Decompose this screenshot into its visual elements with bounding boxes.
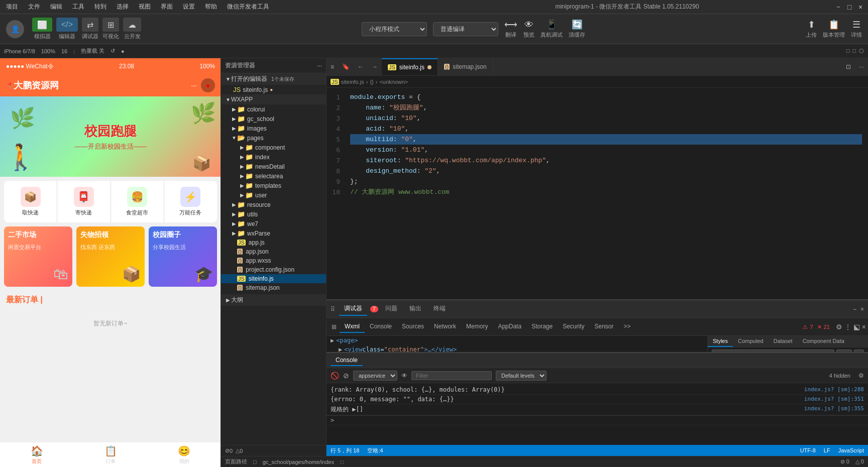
console-level-select[interactable]: Default levels [496, 371, 547, 381]
menu-settings[interactable]: 设置 [181, 2, 197, 12]
settings-icon[interactable]: ⚙ [836, 323, 842, 331]
service-item-1[interactable]: 📮 寄快递 [57, 181, 110, 222]
device-icon-1[interactable]: □ [846, 48, 850, 54]
tab-mine[interactable]: 😊 我的 [147, 442, 221, 467]
tree-sitemap[interactable]: {} sitemap.json [221, 283, 326, 292]
device-icon-3[interactable]: ⬡ [859, 48, 864, 54]
wxml-tab-security[interactable]: Security [558, 321, 589, 333]
editor-more-icon[interactable]: ··· [855, 63, 868, 70]
menu-file[interactable]: 文件 [26, 2, 42, 12]
devtools-drag-icon[interactable]: ⠿ [331, 306, 335, 313]
tree-we7[interactable]: ▶ 📁 we7 [221, 219, 326, 228]
tree-wxparse[interactable]: ▶ 📁 wxParse [221, 228, 326, 238]
wxml-tab-appdata[interactable]: AppData [493, 321, 526, 333]
devtools-more-btn[interactable]: ⋮ [844, 323, 851, 331]
service-item-3[interactable]: ⚡ 万能任务 [164, 181, 217, 222]
cloud-button[interactable]: ☁ [123, 18, 141, 32]
console-filter-input[interactable] [411, 371, 492, 380]
devtools-close2-icon[interactable]: × [862, 323, 866, 331]
detail-action[interactable]: ☰ 详情 [851, 19, 862, 39]
real-debug-action[interactable]: 📱 真机调试 [540, 19, 563, 39]
code-content[interactable]: module.exports = { name: "校园跑腿", uniacid… [344, 88, 868, 299]
wxml-tab-sensor[interactable]: Sensor [590, 321, 619, 333]
tree-appjson[interactable]: {} app.json [221, 247, 326, 256]
menu-tools[interactable]: 工具 [70, 2, 86, 12]
wxml-tab-network[interactable]: Network [429, 321, 461, 333]
menu-goto[interactable]: 转到 [92, 2, 108, 12]
tree-projectconfig[interactable]: {} project.config.json [221, 265, 326, 274]
service-item-2[interactable]: 🍔 食堂超市 [111, 181, 164, 222]
console-tab-label[interactable]: Console [331, 355, 363, 366]
menu-view[interactable]: 视图 [137, 2, 153, 12]
console-clear-icon[interactable]: 🚫 [331, 372, 339, 380]
nav-forward-icon[interactable]: → [368, 63, 382, 70]
device-name[interactable]: iPhone 6/7/8 [4, 48, 35, 54]
simulator-button[interactable]: ⬜ [32, 18, 52, 32]
tree-gcschool[interactable]: ▶ 📁 gc_school [221, 114, 326, 124]
promo-card-2[interactable]: 校园圈子 分享校园生活 🎓 [149, 226, 217, 287]
menu-project[interactable]: 项目 [4, 2, 20, 12]
tree-resource[interactable]: ▶ 📁 resource [221, 200, 326, 209]
tree-component[interactable]: ▶ 📁 component [221, 143, 326, 152]
tab-sitemap[interactable]: {} sitemap.json [438, 58, 493, 76]
upload-action[interactable]: ⬆ 上传 [806, 19, 817, 39]
devtools-tab-issues[interactable]: 问题 [380, 302, 402, 316]
devtools-tab-output[interactable]: 输出 [404, 302, 426, 316]
tree-newsdetail[interactable]: ▶ 📁 newsDetail [221, 162, 326, 171]
visual-button[interactable]: ⊞ [102, 18, 119, 32]
console-filter-icon[interactable]: ⊘ [343, 372, 349, 380]
wxml-tab-memory[interactable]: Memory [461, 321, 493, 333]
tab-order[interactable]: 📋 订单 [74, 442, 148, 467]
tree-siteinfo[interactable]: JS siteinfo.js [221, 274, 326, 283]
maximize-button[interactable]: □ [846, 4, 853, 11]
avatar[interactable]: 👤 [6, 20, 24, 38]
devtools-expand-icon[interactable]: ⬕ [853, 323, 860, 331]
hot-reload[interactable]: 热重载 关 [81, 47, 104, 55]
tree-templates[interactable]: ▶ 📁 templates [221, 181, 326, 190]
promo-card-0[interactable]: 二手市场 闲置交易平台 🛍 [4, 226, 72, 287]
version-action[interactable]: 📋 版本管理 [823, 19, 845, 39]
preview-action[interactable]: 👁 预览 [523, 20, 534, 39]
log-source-2[interactable]: index.js? [sm]:355 [804, 405, 864, 412]
tree-utils[interactable]: ▶ 📁 utils [221, 209, 326, 219]
wxml-tab-more[interactable]: >> [619, 321, 636, 333]
translate-action[interactable]: ⟷ 翻译 [504, 19, 517, 39]
wxapp-header[interactable]: ▼ WXAPP [221, 94, 326, 104]
devtools-close-icon[interactable]: × [860, 306, 864, 313]
nav-back-icon[interactable]: ← [354, 63, 368, 70]
split-editor-icon[interactable]: ⊡ [842, 63, 855, 70]
menu-interface[interactable]: 界面 [159, 2, 175, 12]
tab-list-icon[interactable]: ≡ [327, 63, 338, 70]
wxml-tab-wxml[interactable]: Wxml [340, 321, 365, 333]
side-tab-component-data[interactable]: Component Data [798, 336, 849, 347]
console-settings-icon[interactable]: ⚙ [858, 372, 864, 379]
stop-icon[interactable]: ● [121, 48, 125, 54]
tab-siteinfo[interactable]: JS siteinfo.js [382, 58, 438, 76]
wxml-toolbar-icon[interactable]: ⊞ [329, 321, 340, 332]
menu-select[interactable]: 选择 [115, 2, 131, 12]
bookmark-icon[interactable]: 🔖 [338, 63, 354, 70]
console-service-select[interactable]: appservice [353, 371, 397, 381]
breadcrumb-siteinfo[interactable]: siteinfo.js [341, 79, 364, 85]
wxml-line-view[interactable]: ▶ <view class= "container" >…</view> [327, 345, 707, 352]
tree-images[interactable]: ▶ 📁 images [221, 124, 326, 133]
tab-home[interactable]: 🏠 首页 [0, 442, 74, 467]
explorer-more-icon[interactable]: ··· [317, 62, 322, 69]
console-eye-icon[interactable]: 👁 [401, 372, 407, 379]
device-icon-2[interactable]: □ [852, 48, 856, 54]
tree-appjs[interactable]: JS app.js [221, 238, 326, 247]
close-button[interactable]: × [857, 4, 864, 11]
outline-header[interactable]: ▶ 大纲 [221, 294, 326, 306]
clear-cache-action[interactable]: 🔄 清缓存 [569, 19, 585, 39]
devtools-minimize-icon[interactable]: − [853, 306, 856, 313]
side-tab-computed[interactable]: Computed [733, 336, 769, 347]
minimize-button[interactable]: － [835, 4, 842, 11]
console-input-line[interactable]: > [327, 415, 868, 425]
nav-record-btn[interactable]: ● [201, 78, 215, 92]
mode-select[interactable]: 小程序模式 [362, 22, 427, 36]
editor-button[interactable]: </> [56, 18, 78, 32]
tree-selectarea[interactable]: ▶ 📁 selectarea [221, 171, 326, 181]
wxml-line-page[interactable]: ▶ <page> [327, 336, 707, 345]
side-tab-dataset[interactable]: Dataset [769, 336, 798, 347]
open-editors-header[interactable]: ▼ 打开的编辑器 1个未保存 [221, 73, 326, 85]
